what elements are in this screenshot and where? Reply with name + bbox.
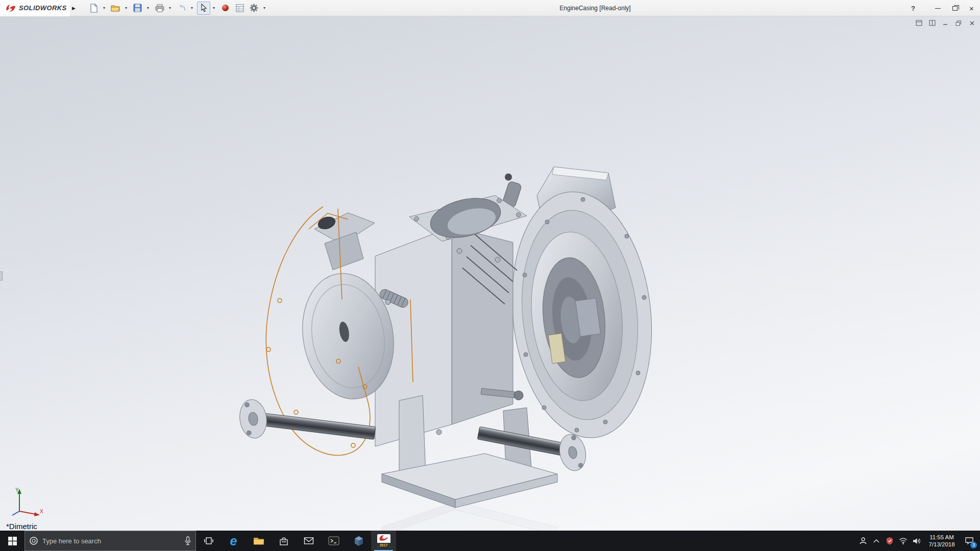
solidworks-year-label: 2017	[377, 543, 390, 547]
minimize-button[interactable]	[929, 0, 946, 16]
open-button[interactable]	[109, 2, 122, 15]
tray-time: 11:55 AM	[925, 534, 959, 541]
taskbar-app-task-view[interactable]	[196, 531, 221, 551]
save-dropdown[interactable]: ▾	[145, 2, 151, 15]
taskbar-app-mail[interactable]	[296, 531, 321, 551]
print-icon	[155, 4, 164, 12]
graphics-viewport[interactable]: Y X *Dimetric	[0, 16, 980, 531]
undo-button[interactable]	[175, 2, 188, 15]
solidworks-logo-icon	[5, 4, 16, 13]
chevron-up-icon	[873, 538, 880, 543]
undo-dropdown[interactable]: ▾	[189, 2, 195, 15]
doc-restore-button[interactable]	[953, 19, 964, 27]
tray-date: 7/13/2018	[925, 541, 959, 548]
tile-window-icon	[929, 20, 936, 26]
solidworks-swoosh-icon	[377, 534, 390, 543]
solidworks-logo-text: SOLIDWORKS	[19, 4, 67, 12]
new-document-button[interactable]	[87, 2, 101, 15]
tray-network-button[interactable]	[896, 531, 910, 551]
cortana-icon	[29, 536, 38, 545]
doc-close-button[interactable]	[967, 19, 977, 27]
edge-icon: e	[230, 535, 237, 547]
tray-show-hidden-button[interactable]	[870, 531, 883, 551]
select-button[interactable]	[197, 2, 210, 15]
window-controls: ? ×	[904, 0, 980, 16]
notification-badge: 3	[970, 542, 977, 548]
doc-minimize-icon	[943, 20, 948, 26]
options-button[interactable]	[248, 2, 261, 15]
windows-taskbar: e	[0, 531, 980, 551]
triad-x-label: X	[40, 509, 43, 514]
taskbar-search[interactable]	[24, 531, 196, 551]
document-window-controls	[914, 19, 977, 27]
restore-icon	[952, 6, 958, 11]
file-explorer-icon	[253, 536, 264, 545]
store-icon	[279, 536, 289, 546]
volume-icon	[912, 537, 921, 545]
print-dropdown[interactable]: ▾	[167, 2, 173, 15]
action-center-button[interactable]: 3	[961, 531, 978, 551]
security-shield-icon	[886, 537, 893, 545]
windows-logo-icon	[8, 537, 17, 545]
cad-viewer-cube-icon	[354, 536, 364, 546]
open-folder-icon	[111, 4, 120, 12]
select-cursor-icon	[200, 4, 207, 12]
new-document-icon	[90, 4, 98, 13]
tray-people-button[interactable]	[856, 531, 870, 551]
start-button[interactable]	[0, 531, 24, 551]
orientation-triad: Y X	[8, 486, 45, 518]
task-view-icon	[204, 536, 214, 545]
save-button[interactable]	[131, 2, 144, 15]
print-button[interactable]	[153, 2, 166, 15]
microphone-icon[interactable]	[184, 536, 191, 545]
options-dropdown[interactable]: ▾	[262, 2, 267, 15]
network-wifi-icon	[899, 537, 908, 544]
taskbar-app-console[interactable]	[321, 531, 346, 551]
taskbar-app-store[interactable]	[271, 531, 296, 551]
appearance-sphere-icon	[222, 4, 229, 12]
new-window-icon	[916, 20, 922, 26]
people-icon	[859, 537, 867, 545]
doc-close-icon	[969, 20, 975, 26]
restore-button[interactable]	[946, 0, 963, 16]
engine-casing-model	[219, 146, 658, 531]
save-icon	[133, 4, 142, 12]
quick-access-toolbar: ▾ ▾ ▾ ▾	[87, 0, 268, 16]
taskbar-app-cad-viewer[interactable]	[346, 531, 371, 551]
panel-splitter-handle[interactable]	[0, 271, 3, 281]
doc-minimize-button[interactable]	[940, 19, 950, 27]
tray-volume-button[interactable]	[910, 531, 923, 551]
taskbar-app-edge[interactable]: e	[221, 531, 246, 551]
help-button[interactable]: ?	[904, 0, 922, 16]
document-title: EngineCasing [Read-only]	[559, 0, 630, 16]
console-icon	[328, 536, 339, 545]
select-dropdown[interactable]: ▾	[211, 2, 217, 15]
doc-new-window-button[interactable]	[914, 19, 924, 27]
undo-icon	[177, 4, 186, 12]
system-tray: 11:55 AM 7/13/2018 3	[856, 531, 980, 551]
title-bar: SOLIDWORKS ▶ ▾ ▾ ▾	[0, 0, 980, 16]
minimize-icon	[935, 8, 941, 9]
search-input[interactable]	[42, 537, 180, 545]
custom-properties-button[interactable]	[233, 2, 247, 15]
tray-security-button[interactable]	[883, 531, 896, 551]
new-document-dropdown[interactable]: ▾	[102, 2, 107, 15]
doc-restore-icon	[955, 20, 962, 26]
mail-icon	[304, 537, 314, 545]
solidworks-taskbar-icon: 2017	[377, 534, 390, 547]
doc-tile-button[interactable]	[927, 19, 937, 27]
close-button[interactable]: ×	[963, 0, 980, 16]
taskbar-app-file-explorer[interactable]	[246, 531, 271, 551]
close-icon: ×	[969, 5, 974, 12]
view-orientation-label: *Dimetric	[6, 522, 37, 531]
triad-y-label: Y	[15, 487, 19, 493]
solidworks-logo: SOLIDWORKS	[0, 0, 70, 16]
open-dropdown[interactable]: ▾	[124, 2, 129, 15]
properties-sheet-icon	[236, 4, 244, 12]
appearances-button[interactable]	[219, 2, 232, 15]
tray-clock[interactable]: 11:55 AM 7/13/2018	[923, 534, 961, 548]
gear-icon	[250, 4, 258, 12]
toolbar-expand-button[interactable]: ▶	[70, 3, 78, 14]
taskbar-app-solidworks[interactable]: 2017	[371, 531, 396, 551]
